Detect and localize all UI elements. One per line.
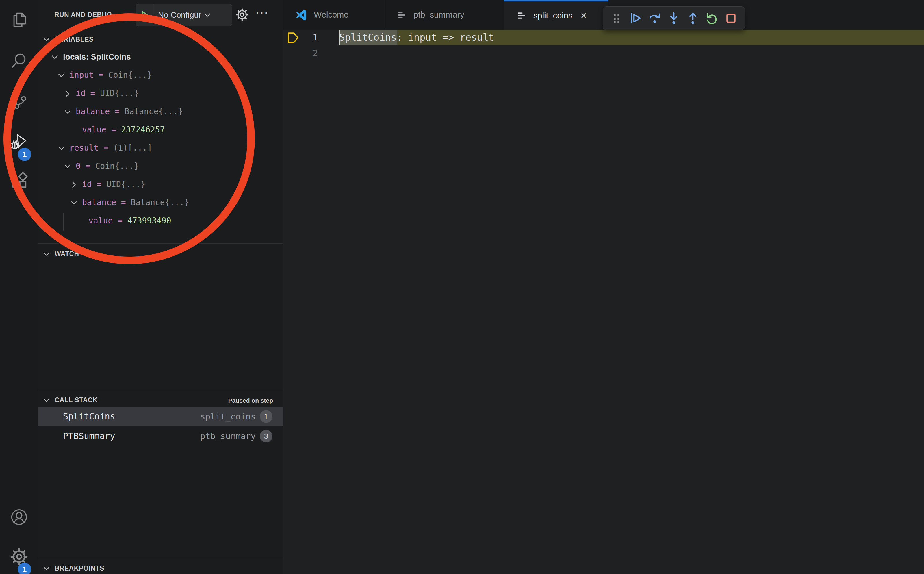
variable-name: balance =	[82, 198, 131, 207]
vscode-window: 11 RUN AND DEBUG No Configur ⋯ VARIABLES…	[0, 0, 924, 574]
scope-label: locals: SplitCoins	[63, 52, 131, 61]
tab-ptb-summary[interactable]: ptb_summary	[384, 0, 504, 30]
continue-button[interactable]	[626, 8, 645, 28]
variable-row[interactable]: value = 237246257	[38, 121, 283, 139]
stop-icon	[725, 12, 737, 25]
callstack-frame[interactable]: SplitCoinssplit_coins1	[38, 407, 283, 426]
frame-name: SplitCoins	[63, 411, 115, 421]
sidebar-title: RUN AND DEBUG	[54, 11, 112, 19]
section-divider	[38, 243, 283, 244]
variable-value: Balance{...}	[124, 107, 183, 116]
gear-icon[interactable]	[236, 8, 249, 21]
variable-name: id =	[76, 88, 100, 98]
variable-row[interactable]: 0 = Coin{...}	[38, 157, 283, 175]
variable-row[interactable]: value = 473993490	[38, 212, 283, 230]
debug-config-dropdown[interactable]: No Configur	[135, 4, 232, 26]
continue-icon	[629, 11, 642, 25]
callstack-section-header[interactable]: CALL STACK Paused on step	[38, 393, 283, 409]
variable-name: value =	[88, 216, 128, 226]
variable-row[interactable]: input = Coin{...}	[38, 66, 283, 84]
ellipsis-icon[interactable]: ⋯	[255, 5, 269, 20]
chevron-down-icon	[43, 565, 50, 572]
variable-name: value =	[82, 125, 121, 134]
activitybar-search[interactable]	[0, 46, 38, 76]
variables-header-label: VARIABLES	[55, 36, 94, 43]
chevron-right-icon[interactable]	[70, 181, 78, 189]
step-over-icon	[648, 11, 661, 25]
code-text[interactable]: SplitCoins: input => result	[339, 30, 494, 46]
variable-value: UID{...}	[100, 88, 139, 98]
line-number: 2	[298, 46, 318, 61]
variable-value: 473993490	[128, 216, 172, 226]
activitybar-accounts[interactable]	[0, 502, 38, 532]
frame-file: ptb_summary	[200, 431, 256, 441]
chevron-down-icon[interactable]	[64, 162, 72, 170]
variable-value: UID{...}	[106, 180, 145, 189]
restart-icon	[705, 11, 719, 25]
list-icon	[516, 10, 527, 21]
variable-row[interactable]: locals: SplitCoins	[38, 48, 283, 66]
indent-guide	[63, 213, 64, 231]
toolbar-drag-handle[interactable]	[607, 8, 626, 28]
variables-section-header[interactable]: VARIABLES	[38, 32, 283, 48]
stop-button[interactable]	[721, 8, 741, 28]
search-icon	[10, 52, 28, 69]
editor-group: Welcomeptb_summarysplit_coins× 1 SplitCo…	[283, 0, 924, 574]
tab-split-coins[interactable]: split_coins×	[504, 0, 609, 30]
start-debug-icon[interactable]	[140, 10, 150, 20]
variable-name: balance =	[76, 107, 124, 116]
close-icon[interactable]: ×	[581, 10, 587, 21]
chevron-down-icon	[43, 250, 50, 258]
step-into-button[interactable]	[664, 8, 683, 28]
list-icon	[396, 9, 407, 20]
variable-name: 0 =	[76, 161, 95, 171]
variable-name: result =	[69, 143, 113, 153]
vscode-logo-icon	[295, 9, 307, 21]
account-icon	[10, 508, 28, 526]
pause-status: Paused on step	[228, 397, 273, 404]
activitybar-explorer[interactable]	[0, 5, 38, 35]
chevron-down-icon	[43, 36, 50, 44]
step-out-icon	[686, 11, 699, 25]
run-and-debug-sidebar: RUN AND DEBUG No Configur ⋯ VARIABLES lo…	[38, 0, 283, 574]
step-over-button[interactable]	[645, 8, 664, 28]
activitybar-extensions[interactable]	[0, 165, 38, 196]
frame-line-badge: 1	[260, 410, 272, 423]
variable-value: 237246257	[121, 125, 165, 134]
debug-toolbar	[603, 6, 745, 30]
editor-line-2[interactable]: 2	[283, 46, 924, 61]
editor-line-1[interactable]: 1 SplitCoins: input => result	[283, 30, 924, 46]
chevron-right-icon[interactable]	[64, 90, 72, 98]
variable-value: Coin{...}	[109, 70, 152, 80]
chevron-down-icon[interactable]	[51, 53, 59, 61]
run-and-debug-badge: 1	[18, 148, 31, 161]
restart-button[interactable]	[702, 8, 721, 28]
variable-row[interactable]: result = (1)[...]	[38, 139, 283, 157]
variable-name: id =	[82, 180, 106, 189]
chevron-down-icon[interactable]	[57, 144, 65, 152]
code-rest: : input => result	[397, 32, 494, 43]
variable-row[interactable]: id = UID{...}	[38, 84, 283, 102]
step-out-button[interactable]	[683, 8, 702, 28]
gripper-icon	[611, 13, 622, 24]
breakpoints-section-header[interactable]: BREAKPOINTS	[38, 561, 283, 574]
callstack-frame[interactable]: PTBSummaryptb_summary3	[38, 427, 283, 446]
section-divider	[38, 390, 283, 391]
variable-row[interactable]: id = UID{...}	[38, 175, 283, 194]
variable-value: (1)[...]	[113, 143, 152, 153]
watch-section-header[interactable]: WATCH	[38, 246, 283, 262]
variable-row[interactable]: balance = Balance{...}	[38, 194, 283, 212]
settings-badge: 1	[18, 563, 31, 574]
activitybar-source-control[interactable]	[0, 86, 38, 116]
variable-value: Coin{...}	[95, 161, 139, 171]
step-into-icon	[667, 11, 680, 25]
section-divider	[38, 558, 283, 558]
variable-name: input =	[69, 70, 109, 80]
tab-welcome[interactable]: Welcome	[283, 0, 384, 30]
chevron-down-icon[interactable]	[57, 71, 65, 79]
callstack-header-label: CALL STACK	[55, 396, 98, 404]
variable-row[interactable]: balance = Balance{...}	[38, 102, 283, 121]
chevron-down-icon[interactable]	[70, 199, 78, 207]
chevron-down-icon[interactable]	[64, 108, 72, 116]
tab-label: Welcome	[314, 10, 348, 20]
